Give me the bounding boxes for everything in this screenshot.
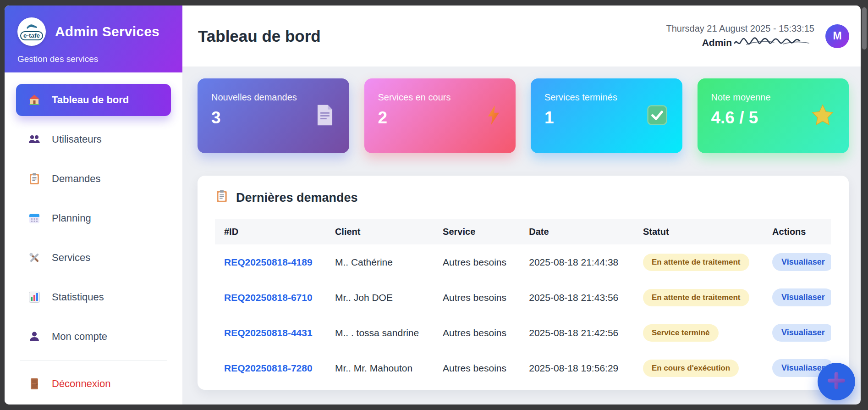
status-badge: Service terminé — [643, 324, 719, 342]
date-cell: 2025-08-18 19:56:29 — [520, 350, 634, 386]
sidebar-nav: Tableau de bord Utilisateurs — [5, 72, 182, 404]
scrollbar-thumb[interactable] — [862, 7, 867, 50]
sidebar-item-services[interactable]: Services — [16, 242, 171, 274]
column-header-date: Date — [520, 219, 634, 244]
stat-cards: Nouvelles demandes 3 — [198, 78, 849, 153]
sidebar-item-deconnexion[interactable]: Déconnexion — [16, 368, 171, 400]
clipboard-icon — [28, 172, 41, 185]
service-cell: Autres besoins — [434, 350, 520, 386]
request-id-link[interactable]: REQ20250818-6710 — [224, 292, 313, 303]
stat-label: Note moyenne — [711, 92, 835, 103]
app-title: Admin Services — [55, 24, 159, 39]
topbar: Tableau de bord Thursday 21 August 2025 … — [182, 6, 861, 66]
client-cell: Mr.. Mr. Mahouton — [326, 350, 434, 386]
request-id-link[interactable]: REQ20250818-4431 — [224, 327, 313, 338]
sidebar-item-planning[interactable]: Planning — [16, 202, 171, 234]
visualize-button[interactable]: Visualiaser — [772, 288, 831, 306]
main-area: Tableau de bord Thursday 21 August 2025 … — [182, 6, 861, 404]
plus-icon — [826, 371, 846, 393]
status-badge: En attente de traitement — [643, 254, 749, 271]
sidebar: e-tafe Admin Services Gestion des servic… — [5, 6, 182, 404]
table-row: REQ20250818-4431 M.. . tossa sandrine Au… — [215, 315, 831, 350]
status-badge: En cours d'exécution — [643, 360, 739, 377]
stat-card-services-en-cours: Services en cours 2 — [364, 78, 516, 153]
status-badge: En attente de traitement — [643, 289, 749, 306]
calendar-icon — [28, 212, 41, 225]
column-header-client: Client — [326, 219, 434, 244]
page-title: Tableau de bord — [198, 27, 321, 45]
clipboard-icon — [215, 189, 229, 206]
dashboard-content: Nouvelles demandes 3 — [182, 66, 861, 404]
requests-table: #ID Client Service Date Statut Actions R… — [215, 219, 831, 386]
table-row: REQ20250818-4189 M.. Cathérine Autres be… — [215, 244, 831, 280]
sidebar-item-label: Services — [52, 252, 90, 264]
sidebar-item-tableau-de-bord[interactable]: Tableau de bord — [16, 84, 171, 116]
bar-chart-icon — [28, 291, 41, 304]
header-meta: Thursday 21 August 2025 - 15:33:15 Admin — [666, 23, 814, 49]
service-cell: Autres besoins — [434, 280, 520, 315]
client-cell: M.. Cathérine — [326, 244, 434, 280]
column-header-service: Service — [434, 219, 520, 244]
column-header-actions: Actions — [763, 219, 831, 244]
datetime-text: Thursday 21 August 2025 - 15:33:15 — [666, 23, 814, 34]
home-icon — [28, 94, 41, 106]
service-cell: Autres besoins — [434, 315, 520, 350]
request-id-link[interactable]: REQ20250818-7280 — [224, 363, 313, 373]
date-cell: 2025-08-18 21:44:38 — [520, 244, 634, 280]
users-icon — [28, 133, 41, 146]
document-icon — [315, 104, 335, 128]
client-cell: Mr.. Joh DOE — [326, 280, 434, 315]
sidebar-item-label: Tableau de bord — [52, 94, 129, 106]
table-header-row: #ID Client Service Date Statut Actions — [215, 219, 831, 244]
sidebar-item-label: Déconnexion — [52, 378, 110, 390]
stat-card-nouvelles-demandes: Nouvelles demandes 3 — [198, 78, 349, 153]
sidebar-item-label: Planning — [52, 212, 91, 224]
column-header-id: #ID — [215, 219, 326, 244]
visualize-button[interactable]: Visualiaser — [772, 253, 831, 271]
lightning-icon — [486, 105, 501, 127]
star-icon — [811, 104, 834, 128]
sidebar-item-label: Statistiques — [52, 291, 104, 303]
stat-value: 2 — [378, 108, 502, 127]
sidebar-item-demandes[interactable]: Demandes — [16, 163, 171, 195]
hand-logo-icon — [26, 23, 38, 32]
stat-label: Services en cours — [378, 92, 502, 103]
sidebar-item-label: Mon compte — [52, 331, 107, 343]
admin-user-label: Admin — [702, 37, 732, 48]
sidebar-item-utilisateurs[interactable]: Utilisateurs — [16, 123, 171, 155]
date-cell: 2025-08-18 21:43:56 — [520, 280, 634, 315]
add-request-fab[interactable] — [818, 363, 855, 400]
table-row: REQ20250818-7280 Mr.. Mr. Mahouton Autre… — [215, 350, 831, 386]
date-cell: 2025-08-18 21:42:56 — [520, 315, 634, 350]
table-row: REQ20250818-6710 Mr.. Joh DOE Autres bes… — [215, 280, 831, 315]
latest-requests-panel: Dernières demandes #ID Client Service — [198, 176, 849, 390]
panel-title: Dernières demandes — [236, 191, 358, 205]
service-cell: Autres besoins — [434, 244, 520, 280]
check-icon — [647, 105, 668, 127]
sidebar-item-statistiques[interactable]: Statistiques — [16, 281, 171, 313]
stat-card-note-moyenne: Note moyenne 4.6 / 5 — [698, 78, 849, 153]
sidebar-item-mon-compte[interactable]: Mon compte — [16, 321, 171, 353]
stat-label: Services terminés — [544, 92, 669, 103]
person-icon — [28, 330, 41, 343]
column-header-statut: Statut — [634, 219, 763, 244]
stat-card-services-termines: Services terminés 1 — [531, 78, 682, 153]
app-logo: e-tafe — [17, 17, 46, 46]
sidebar-item-label: Demandes — [52, 173, 100, 185]
window-frame: e-tafe Admin Services Gestion des servic… — [0, 0, 868, 410]
app-window: e-tafe Admin Services Gestion des servic… — [5, 6, 861, 404]
tools-icon — [28, 251, 41, 264]
logo-label: e-tafe — [20, 31, 43, 40]
request-id-link[interactable]: REQ20250818-4189 — [224, 257, 313, 267]
door-icon — [28, 377, 41, 390]
sidebar-header: e-tafe Admin Services Gestion des servic… — [5, 6, 182, 72]
app-subtitle: Gestion des services — [17, 54, 170, 64]
sidebar-divider — [20, 360, 167, 360]
stat-label: Nouvelles demandes — [211, 92, 335, 103]
avatar[interactable]: M — [825, 24, 849, 48]
client-cell: M.. . tossa sandrine — [326, 315, 434, 350]
sidebar-item-label: Utilisateurs — [52, 133, 102, 145]
redacted-name-scribble — [733, 36, 814, 49]
visualize-button[interactable]: Visualiaser — [772, 324, 831, 342]
